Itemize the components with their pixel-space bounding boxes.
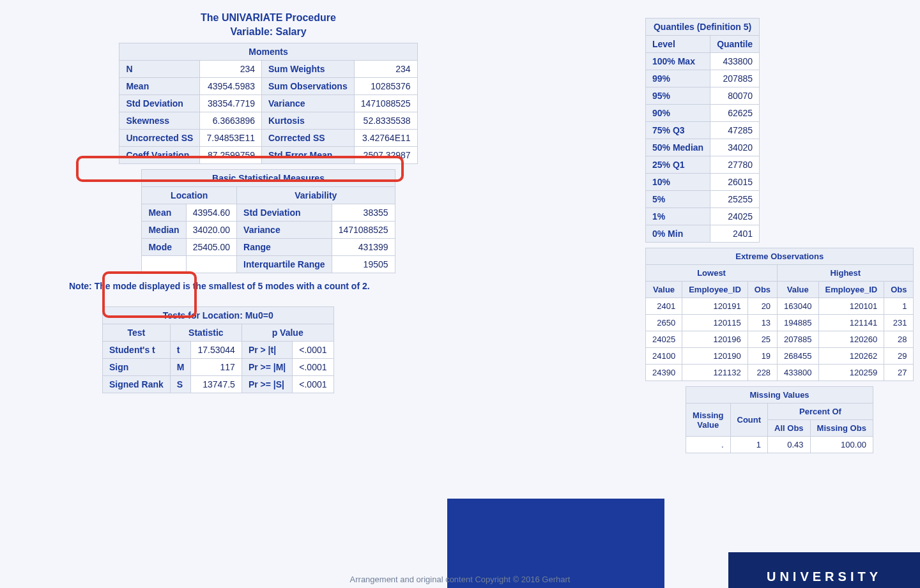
missing-mv: . (686, 437, 730, 453)
basic-loc-label: Mode (142, 239, 186, 256)
basic-loc-value: 43954.60 (186, 204, 236, 222)
quant-h-level: Level (646, 36, 710, 53)
missing-cnt: 1 (730, 437, 768, 453)
basic-loc-value: 25405.00 (186, 239, 236, 256)
basic-var-label: Std Deviation (237, 204, 332, 222)
extreme-h-ho: Obs (884, 282, 914, 298)
quantiles-header: Level Quantile (646, 36, 760, 53)
tests-row: SignM117Pr >= |M|<.0001 (103, 359, 334, 376)
extreme-sub-header: Lowest Highest (646, 265, 914, 282)
tests-test: Sign (103, 359, 171, 376)
extreme-high-emp: 121141 (818, 315, 884, 331)
tests-location-table: Tests for Location: Mu0=0 Test Statistic… (102, 306, 334, 393)
quantile-row: 25% Q127780 (646, 156, 760, 174)
extreme-high-obs: 1 (884, 298, 914, 315)
quantile-value: 27780 (710, 156, 760, 174)
extreme-high-value: 433800 (778, 365, 818, 381)
missing-all: 0.43 (768, 437, 811, 453)
extreme-high-value: 268455 (778, 348, 818, 365)
basic-var-value: 431399 (332, 239, 395, 256)
basic-var-label: Interquartile Range (237, 256, 332, 273)
quantile-level: 5% (646, 191, 710, 208)
tests-h-stat: Statistic (170, 324, 241, 342)
moments-value: 2507.32987 (354, 147, 417, 164)
quantile-value: 24025 (710, 208, 760, 225)
basic-var-value: 38355 (332, 204, 395, 222)
extreme-low-value: 2650 (646, 315, 682, 331)
quantile-value: 26015 (710, 174, 760, 191)
quantile-level: 1% (646, 208, 710, 225)
right-column: Quantiles (Definition 5) Level Quantile … (645, 13, 914, 458)
extreme-low-obs: 13 (747, 315, 777, 331)
moments-value: 10285376 (354, 78, 417, 95)
missing-h-cnt: Count (730, 403, 768, 437)
tests-stat: 17.53044 (191, 342, 241, 359)
moments-label: Sum Observations (262, 78, 355, 95)
quantile-level: 10% (646, 174, 710, 191)
quantile-row: 1%24025 (646, 208, 760, 225)
extreme-row: 241001201901926845512026229 (646, 348, 914, 365)
quantile-row: 100% Max433800 (646, 53, 760, 70)
extreme-sub-lowest: Lowest (646, 265, 778, 282)
moments-label: Uncorrected SS (119, 130, 200, 147)
quantile-level: 95% (646, 87, 710, 105)
moments-label: Skewness (119, 112, 200, 130)
moments-row: N234Sum Weights234 (119, 61, 417, 78)
extreme-low-value: 2401 (646, 298, 682, 315)
moments-value: 38354.7719 (200, 95, 262, 112)
extreme-high-emp: 120260 (818, 331, 884, 348)
quantile-level: 50% Median (646, 139, 710, 156)
missing-caption: Missing Values (686, 386, 873, 403)
basic-loc-label: Mean (142, 204, 186, 222)
extreme-low-emp: 121132 (682, 365, 748, 381)
moments-value: 234 (354, 61, 417, 78)
moments-row: Uncorrected SS7.94853E11Corrected SS3.42… (119, 130, 417, 147)
extreme-high-value: 194885 (778, 315, 818, 331)
extreme-row: 2401120191201630401201011 (646, 298, 914, 315)
proc-title: The UNIVARIATE Procedure (64, 12, 473, 24)
missing-mo: 100.00 (810, 437, 873, 453)
extreme-obs-table: Extreme Observations Lowest Highest Valu… (645, 248, 914, 381)
extreme-low-emp: 120190 (682, 348, 748, 365)
basic-var-label: Variance (237, 222, 332, 239)
moments-label: Corrected SS (262, 130, 355, 147)
quantile-level: 99% (646, 70, 710, 87)
extreme-high-emp: 120259 (818, 365, 884, 381)
moments-label: Kurtosis (262, 112, 355, 130)
tests-stat: 13747.5 (191, 376, 241, 393)
moments-value: 7.94853E11 (200, 130, 262, 147)
tests-test: Signed Rank (103, 376, 171, 393)
extreme-h-he: Employee_ID (818, 282, 884, 298)
quantile-level: 75% Q3 (646, 122, 710, 139)
tests-test: Student's t (103, 342, 171, 359)
quantile-value: 80070 (710, 87, 760, 105)
quantile-row: 95%80070 (646, 87, 760, 105)
moments-row: Coeff Variation87.2599759Std Error Mean2… (119, 147, 417, 164)
quantile-row: 99%207885 (646, 70, 760, 87)
moments-label: Std Error Mean (262, 147, 355, 164)
extreme-high-obs: 29 (884, 348, 914, 365)
missing-h-mo: Missing Obs (810, 420, 873, 437)
quantile-level: 100% Max (646, 53, 710, 70)
extreme-sub-highest: Highest (778, 265, 914, 282)
tests-caption: Tests for Location: Mu0=0 (102, 306, 334, 324)
moments-label: Std Deviation (119, 95, 200, 112)
missing-values-table: Missing Values Missing Value Count Perce… (686, 386, 873, 453)
quantile-value: 207885 (710, 70, 760, 87)
extreme-low-obs: 20 (747, 298, 777, 315)
moments-row: Std Deviation38354.7719Variance147108852… (119, 95, 417, 112)
missing-h-mv: Missing Value (686, 403, 730, 437)
quantile-row: 50% Median34020 (646, 139, 760, 156)
moments-label: Coeff Variation (119, 147, 200, 164)
basic-row: Median34020.00Variance1471088525 (142, 222, 395, 239)
tests-sym: M (170, 359, 191, 376)
moments-value: 3.42764E11 (354, 130, 417, 147)
extreme-high-obs: 28 (884, 331, 914, 348)
tests-header: Test Statistic p Value (103, 324, 334, 342)
variable-title: Variable: Salary (64, 26, 473, 38)
extreme-low-emp: 120196 (682, 331, 748, 348)
extreme-high-emp: 120101 (818, 298, 884, 315)
missing-h-all: All Obs (768, 420, 811, 437)
extreme-row: 265012011513194885121141231 (646, 315, 914, 331)
extreme-row: 2439012113222843380012025927 (646, 365, 914, 381)
